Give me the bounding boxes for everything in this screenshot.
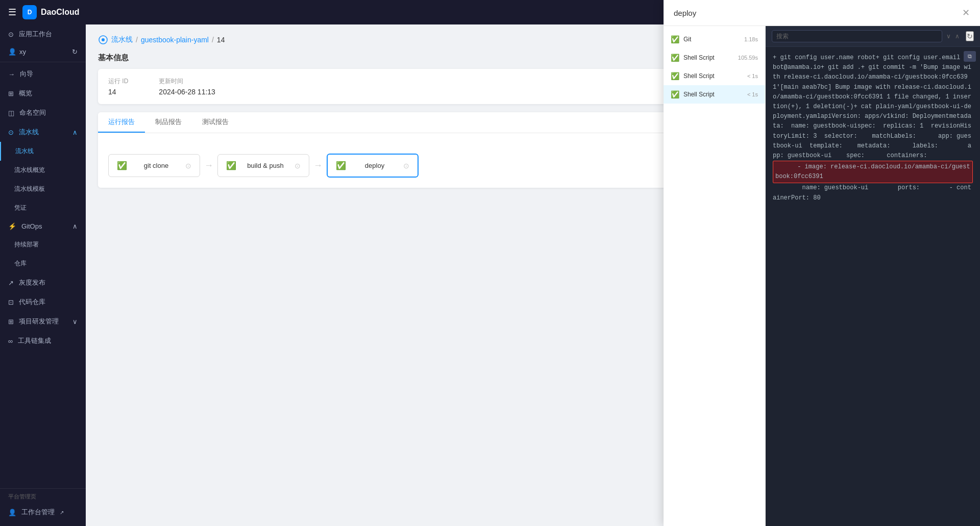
refresh-icon[interactable]: ↻ <box>72 48 78 56</box>
sidebar-cd-label: 持续部署 <box>14 240 39 249</box>
log-line: spec: <box>831 152 865 159</box>
sidebar-item-cd[interactable]: 持续部署 <box>0 235 86 254</box>
step-shell1-status-icon: ✅ <box>671 54 679 62</box>
guide-icon: → <box>8 70 15 78</box>
log-nav-down-button[interactable]: ∨ <box>946 33 951 40</box>
sidebar-item-toolchain[interactable]: ∞ 工具链集成 <box>0 331 86 350</box>
step-shell1[interactable]: ✅ Shell Script 105.59s <box>664 48 765 67</box>
stage-deploy[interactable]: ✅ deploy ⊙ <box>327 154 419 178</box>
sidebar-bottom: 平台管理页 👤 工作台管理 ↗ <box>0 488 86 526</box>
sidebar-toolchain-label: 工具链集成 <box>18 336 51 345</box>
logo-text: DaoCloud <box>41 8 80 17</box>
menu-icon[interactable]: ☰ <box>8 7 16 18</box>
sidebar-namespace-label: 命名空间 <box>19 108 46 117</box>
sidebar-credentials-label: 凭证 <box>14 204 27 212</box>
sidebar-item-gitops[interactable]: ⚡ GitOps ∧ <box>0 217 86 235</box>
sidebar-repo-label: 仓库 <box>14 259 27 268</box>
run-id-label: 运行 ID <box>108 77 128 86</box>
sidebar-item-workspace-mgmt[interactable]: 👤 工作台管理 ↗ <box>0 503 86 522</box>
log-nav-up-button[interactable]: ∧ <box>955 33 960 40</box>
tab-run-report[interactable]: 运行报告 <box>98 112 145 133</box>
external-link-icon: ↗ <box>60 510 64 515</box>
sidebar-item-code-repo[interactable]: ⊡ 代码仓库 <box>0 292 86 312</box>
tab-product-report[interactable]: 制品报告 <box>145 112 192 133</box>
step-shell2[interactable]: ✅ Shell Script < 1s <box>664 67 765 85</box>
run-id-item: 运行 ID 14 <box>108 77 128 96</box>
sidebar-platform-section: 平台管理页 <box>0 489 86 503</box>
sidebar-overview-label: 概览 <box>19 89 32 98</box>
stage-git-clone-label: git clone <box>144 162 168 169</box>
tab-test-report[interactable]: 测试报告 <box>192 112 239 133</box>
step-shell1-label: Shell Script <box>683 54 734 61</box>
sidebar-workspace-label: 应用工作台 <box>19 30 52 39</box>
log-line: selector: <box>817 133 857 140</box>
step-git-label: Git <box>683 36 740 43</box>
sidebar: ⊙ 应用工作台 👤 xy ↻ → 向导 ⊞ 概览 ◫ 命名空间 ⊙ 流水线 ∧ … <box>0 24 86 526</box>
breadcrumb-run-id: 14 <box>217 36 225 44</box>
sidebar-item-workspace[interactable]: ⊙ 应用工作台 <box>0 24 86 44</box>
user-icon: 👤 <box>8 509 16 516</box>
panel-close-button[interactable]: ✕ <box>962 7 970 18</box>
log-panel: ∨ ∧ ↻ + git config user.name robot+ git … <box>766 26 980 526</box>
log-line: name: guestbook-ui <box>784 122 857 130</box>
panel-body: ✅ Git 1.18s ✅ Shell Script 105.59s ✅ She… <box>664 26 980 526</box>
log-line: containers: <box>865 152 927 159</box>
stage-deploy-check-icon: ✅ <box>336 161 346 170</box>
log-search-input[interactable] <box>772 30 942 42</box>
log-line: + git add . <box>821 64 861 71</box>
sidebar-item-project-mgmt[interactable]: ⊞ 项目研发管理 ∨ <box>0 312 86 331</box>
breadcrumb-pipeline-name[interactable]: guestbook-plain-yaml <box>141 36 209 44</box>
breadcrumb-pipeline[interactable]: 流水线 <box>111 35 133 44</box>
sidebar-item-pipeline[interactable]: ⊙ 流水线 ∧ <box>0 122 86 142</box>
sidebar-item-guide[interactable]: → 向导 <box>0 64 86 84</box>
log-line: apiVersion: apps/v1 <box>821 113 891 120</box>
sidebar-item-repo[interactable]: 仓库 <box>0 254 86 273</box>
step-git[interactable]: ✅ Git 1.18s <box>664 30 765 48</box>
stage-deploy-expand-icon[interactable]: ⊙ <box>403 162 409 170</box>
stage-arrow-2: → <box>309 160 327 171</box>
log-line: name: guestbook-ui <box>773 184 868 191</box>
logo: D DaoCloud <box>22 5 80 19</box>
project-mgmt-icon: ⊞ <box>8 318 14 325</box>
sidebar-item-credentials[interactable]: 凭证 <box>0 198 86 217</box>
stage-git-clone[interactable]: ✅ git clone ⊙ <box>108 154 200 177</box>
workspace-icon: ⊙ <box>8 31 14 38</box>
sidebar-gray-release-label: 灰度发布 <box>19 278 45 287</box>
sidebar-item-pipeline-overview[interactable]: 流水线概览 <box>0 161 86 180</box>
pipeline-icon: ⊙ <box>8 129 14 136</box>
sidebar-item-pipeline-list[interactable]: 流水线 <box>0 142 86 161</box>
sidebar-pipeline-label: 流水线 <box>19 128 39 137</box>
right-panel: deploy ✕ ✅ Git 1.18s ✅ Shell Script 105.… <box>664 0 980 526</box>
step-shell3-status-icon: ✅ <box>671 90 679 98</box>
sidebar-item-namespace[interactable]: ◫ 命名空间 <box>0 103 86 122</box>
sidebar-code-repo-label: 代码仓库 <box>19 297 45 307</box>
sidebar-item-pipeline-template[interactable]: 流水线模板 <box>0 180 86 198</box>
sidebar-guide-label: 向导 <box>20 69 33 79</box>
sidebar-user-row: 👤 xy ↻ <box>0 44 86 60</box>
log-line: template: <box>802 142 843 149</box>
toolchain-icon: ∞ <box>8 337 13 345</box>
log-line: replicas: 1 <box>876 122 924 130</box>
update-time-item: 更新时间 2024-06-28 11:13 <box>159 77 215 96</box>
step-shell3[interactable]: ✅ Shell Script < 1s <box>664 85 765 104</box>
panel-header: deploy ✕ <box>664 0 980 26</box>
log-line: + git config user.name robot <box>773 54 876 61</box>
code-repo-icon: ⊡ <box>8 298 14 306</box>
sidebar-pipeline-overview-label: 流水线概览 <box>14 166 45 174</box>
stage-build-push-expand-icon[interactable]: ⊙ <box>295 162 301 170</box>
stage-build-push[interactable]: ✅ build & push ⊙ <box>217 154 309 177</box>
sidebar-project-mgmt-label: 项目研发管理 <box>19 317 59 326</box>
update-time-label: 更新时间 <box>159 77 215 86</box>
gitops-chevron-icon: ∧ <box>72 222 78 230</box>
stage-git-clone-expand-icon[interactable]: ⊙ <box>185 162 191 170</box>
log-refresh-button[interactable]: ↻ <box>966 31 974 41</box>
workspace-mgmt-label: 工作台管理 <box>21 508 55 517</box>
sidebar-user-label: xy <box>19 48 26 56</box>
breadcrumb-sep1: / <box>136 36 138 44</box>
copy-log-button[interactable]: ⧉ <box>964 51 976 62</box>
step-git-duration: 1.18s <box>744 36 758 42</box>
sidebar-item-gray-release[interactable]: ↗ 灰度发布 <box>0 273 86 292</box>
sidebar-gitops-label: GitOps <box>21 222 42 230</box>
log-line: kind: Deployment <box>890 113 949 120</box>
sidebar-item-overview[interactable]: ⊞ 概览 <box>0 84 86 103</box>
